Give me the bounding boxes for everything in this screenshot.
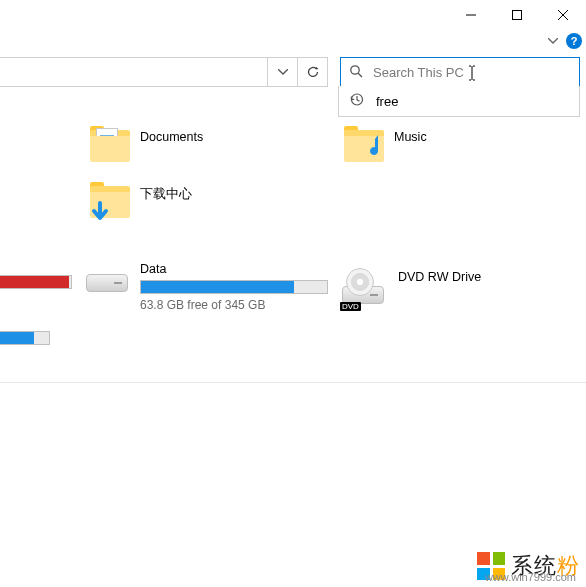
ribbon-strip: ? bbox=[0, 30, 586, 52]
svg-rect-1 bbox=[513, 11, 522, 20]
section-divider bbox=[0, 382, 586, 383]
svg-marker-4 bbox=[315, 67, 318, 70]
address-history-button[interactable] bbox=[267, 58, 297, 86]
folder-download-center[interactable]: 下载中心 bbox=[90, 184, 280, 224]
navigation-row: Search This PC bbox=[0, 54, 586, 90]
refresh-button[interactable] bbox=[297, 58, 327, 86]
svg-line-6 bbox=[358, 73, 362, 77]
download-folder-icon bbox=[90, 184, 130, 224]
drive-status-text: 63.8 GB free of 345 GB bbox=[140, 298, 328, 312]
drive-dvd[interactable]: DVD DVD RW Drive bbox=[342, 264, 586, 306]
search-icon bbox=[349, 64, 363, 81]
ribbon-collapse-button[interactable] bbox=[546, 34, 560, 48]
folder-label: 下载中心 bbox=[140, 184, 192, 203]
drive-label: Data bbox=[140, 260, 328, 276]
minimize-button[interactable] bbox=[448, 0, 494, 30]
folder-music[interactable]: Music bbox=[344, 128, 534, 168]
help-button[interactable]: ? bbox=[566, 33, 582, 49]
drive-usage-bar-partial bbox=[0, 275, 72, 289]
search-suggestion-item[interactable]: free bbox=[339, 86, 579, 116]
drive-usage-bar bbox=[140, 280, 328, 294]
address-bar[interactable] bbox=[0, 57, 328, 87]
title-bar bbox=[0, 0, 586, 30]
music-folder-icon bbox=[344, 128, 384, 168]
maximize-button[interactable] bbox=[494, 0, 540, 30]
drive-data[interactable]: Data 63.8 GB free of 345 GB bbox=[86, 260, 346, 312]
folder-label: Documents bbox=[140, 128, 203, 144]
close-button[interactable] bbox=[540, 0, 586, 30]
hdd-icon bbox=[86, 268, 128, 294]
watermark-url: www.win7999.com bbox=[485, 571, 576, 583]
search-suggestions-dropdown: free bbox=[338, 86, 580, 117]
dvd-drive-icon: DVD bbox=[342, 272, 386, 306]
drive-label: DVD RW Drive bbox=[398, 264, 481, 284]
history-icon bbox=[349, 92, 364, 110]
folder-documents[interactable]: Documents bbox=[90, 128, 280, 168]
documents-folder-icon bbox=[90, 128, 130, 168]
search-input[interactable]: Search This PC bbox=[340, 57, 580, 87]
folder-label: Music bbox=[394, 128, 427, 144]
dvd-badge: DVD bbox=[340, 302, 361, 311]
drive-usage-bar-partial bbox=[0, 331, 50, 345]
search-suggestion-label: free bbox=[376, 94, 398, 109]
text-cursor-icon bbox=[465, 64, 479, 82]
svg-point-5 bbox=[351, 65, 359, 73]
